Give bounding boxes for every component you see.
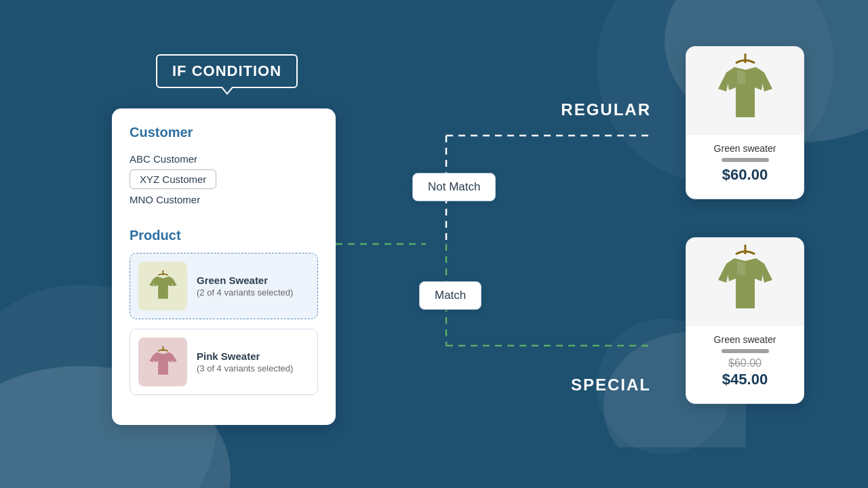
regular-card-body: Green sweater $60.00: [686, 135, 804, 186]
if-condition-wrapper: IF CONDITION: [156, 54, 298, 88]
special-price-card: Green sweater $60.00 $45.00: [686, 237, 804, 404]
green-sweater-icon: [144, 268, 182, 305]
special-label: SPECIAL: [571, 375, 651, 394]
customer-list: ABC Customer XYZ Customer MNO Customer: [130, 150, 318, 209]
pink-sweater-name: Pink Sweater: [197, 350, 293, 362]
green-sweater-image: [138, 262, 187, 310]
special-sweater-icon: [711, 242, 779, 322]
pink-sweater-info: Pink Sweater (3 of 4 variants selected): [197, 350, 293, 373]
special-card-name: Green sweater: [697, 334, 793, 345]
regular-card-name: Green sweater: [697, 143, 793, 154]
special-card-container: Green sweater $60.00 $45.00: [686, 237, 804, 404]
regular-label: REGULAR: [561, 100, 651, 119]
special-card-image: [686, 238, 804, 326]
left-panel: Customer ABC Customer XYZ Customer MNO C…: [112, 108, 336, 425]
if-condition-label: IF CONDITION: [172, 62, 281, 79]
regular-card-price: $60.00: [697, 166, 793, 184]
pink-sweater-variants: (3 of 4 variants selected): [197, 363, 293, 373]
pink-sweater-icon: [144, 344, 182, 381]
not-match-label: Not Match: [428, 180, 480, 193]
green-sweater-info: Green Sweater (2 of 4 variants selected): [197, 274, 293, 298]
not-match-button[interactable]: Not Match: [412, 173, 496, 201]
special-price-bar: [722, 349, 769, 353]
regular-card-image: [686, 47, 804, 135]
green-sweater-name: Green Sweater: [197, 274, 293, 286]
product-section: Product Green Sweater (2 of 4 variant: [130, 228, 318, 395]
green-sweater-card[interactable]: Green Sweater (2 of 4 variants selected): [130, 253, 318, 319]
customer-section-title: Customer: [130, 125, 318, 140]
match-label: Match: [435, 289, 466, 302]
regular-price-bar: [722, 158, 769, 162]
special-card-price: $45.00: [697, 371, 793, 388]
special-card-body: Green sweater $60.00 $45.00: [686, 326, 804, 391]
regular-card-container: Green sweater $60.00: [686, 46, 804, 199]
regular-sweater-icon: [711, 51, 779, 131]
customer-item-mno: MNO Customer: [130, 190, 318, 209]
match-button[interactable]: Match: [419, 281, 481, 310]
green-sweater-variants: (2 of 4 variants selected): [197, 287, 293, 298]
pink-sweater-card[interactable]: Pink Sweater (3 of 4 variants selected): [130, 329, 318, 395]
special-card-old-price: $60.00: [697, 357, 793, 369]
customer-item-xyz[interactable]: XYZ Customer: [130, 168, 318, 190]
customer-item-abc: ABC Customer: [130, 150, 318, 168]
product-section-title: Product: [130, 228, 318, 243]
selected-customer-badge: XYZ Customer: [130, 169, 216, 189]
pink-sweater-image: [138, 338, 187, 386]
regular-price-card: Green sweater $60.00: [686, 46, 804, 199]
customer-section: Customer ABC Customer XYZ Customer MNO C…: [130, 125, 318, 209]
if-condition-bubble: IF CONDITION: [156, 54, 298, 88]
